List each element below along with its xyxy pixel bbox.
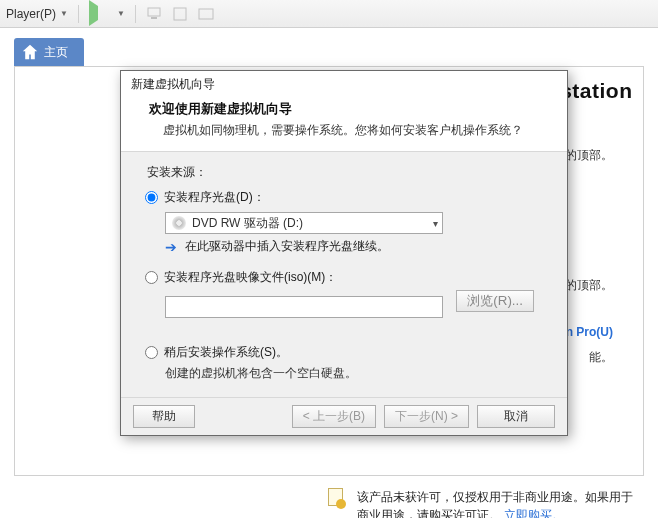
disc-drive-value: DVD RW 驱动器 (D:) [192,215,303,232]
radio-iso-label: 安装程序光盘映像文件(iso)(M)： [164,269,337,286]
radio-installer-disc[interactable]: 安装程序光盘(D)： [145,189,543,206]
install-later-sub: 创建的虚拟机将包含一个空白硬盘。 [165,365,543,382]
dialog-heading: 欢迎使用新建虚拟机向导 [149,101,539,118]
radio-install-later[interactable]: 稍后安装操作系统(S)。 [145,344,543,361]
radio-install-later-input[interactable] [145,346,158,359]
toolbar-separator [78,5,79,23]
svg-rect-2 [174,8,186,20]
disc-drive-select[interactable]: DVD RW 驱动器 (D:) ▾ [165,212,443,234]
iso-row: 浏览(R)... [145,290,543,318]
fullscreen-icon [198,6,214,22]
bg-text: 能。 [589,349,613,366]
toolbar-separator [135,5,136,23]
certificate-icon [328,488,343,506]
dialog-title: 新建虚拟机向导 [121,71,567,97]
tab-home-label: 主页 [44,44,68,61]
arrow-right-icon: ➔ [165,239,177,255]
radio-install-later-label: 稍后安装操作系统(S)。 [164,344,288,361]
cancel-button[interactable]: 取消 [477,405,555,428]
play-icon[interactable] [89,6,105,22]
disc-hint: ➔ 在此驱动器中插入安装程序光盘继续。 [165,238,543,255]
radio-iso[interactable]: 安装程序光盘映像文件(iso)(M)： [145,269,543,286]
chevron-down-icon: ▼ [60,9,68,18]
radio-installer-disc-input[interactable] [145,191,158,204]
new-vm-wizard-dialog: 新建虚拟机向导 欢迎使用新建虚拟机向导 虚拟机如同物理机，需要操作系统。您将如何… [120,70,568,436]
svg-rect-0 [148,8,160,16]
back-button[interactable]: < 上一步(B) [292,405,376,428]
license-text: 该产品未获许可，仅授权用于非商业用途。如果用于商业用途，请购买许可证。 立即购买… [357,488,644,518]
install-source-label: 安装来源： [147,164,543,181]
next-button[interactable]: 下一步(N) > [384,405,469,428]
player-menu[interactable]: Player(P) ▼ [6,7,68,21]
fit-icon [172,6,188,22]
iso-path-input[interactable] [165,296,443,318]
home-icon [22,44,38,60]
browse-button[interactable]: 浏览(R)... [456,290,534,312]
send-ctrl-alt-del-icon [146,6,162,22]
radio-iso-input[interactable] [145,271,158,284]
dialog-header: 欢迎使用新建虚拟机向导 虚拟机如同物理机，需要操作系统。您将如何安装客户机操作系… [121,97,567,152]
top-toolbar: Player(P) ▼ ▼ [0,0,658,28]
radio-installer-disc-label: 安装程序光盘(D)： [164,189,265,206]
help-button[interactable]: 帮助 [133,405,195,428]
chevron-down-icon[interactable]: ▼ [117,9,125,18]
player-menu-label: Player(P) [6,7,56,21]
svg-rect-3 [199,9,213,19]
dialog-body: 安装来源： 安装程序光盘(D)： DVD RW 驱动器 (D:) ▾ ➔ 在此驱… [121,152,567,397]
tab-home[interactable]: 主页 [14,38,84,66]
svg-rect-1 [151,17,157,19]
chevron-down-icon: ▾ [433,218,438,229]
disc-hint-text: 在此驱动器中插入安装程序光盘继续。 [185,238,389,255]
buy-link[interactable]: 立即购买。 [504,508,564,518]
license-footer: 该产品未获许可，仅授权用于非商业用途。如果用于商业用途，请购买许可证。 立即购买… [328,488,644,518]
dialog-footer: 帮助 < 上一步(B) 下一步(N) > 取消 [121,397,567,435]
dialog-subheading: 虚拟机如同物理机，需要操作系统。您将如何安装客户机操作系统？ [163,122,539,139]
disc-icon [172,216,186,230]
